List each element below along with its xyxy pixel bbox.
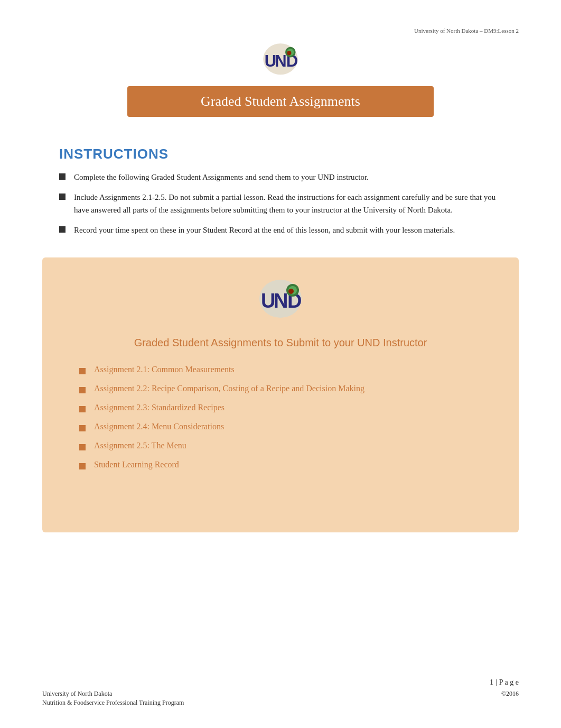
list-item: Assignment 2.5: The Menu [79, 441, 492, 450]
content-box-logo-area: U N D [69, 279, 492, 326]
instruction-item-1: Complete the following Graded Student As… [74, 171, 502, 183]
bullet-icon [59, 173, 66, 180]
und-logo-icon: U N D [257, 42, 304, 82]
footer-copyright: ©2016 [501, 690, 519, 707]
list-item: Assignment 2.2: Recipe Comparison, Costi… [79, 384, 492, 393]
instruction-item-3: Record your time spent on these in your … [74, 224, 502, 236]
bullet-icon [79, 425, 86, 431]
page: University of North Dakota – DM9:Lesson … [0, 0, 561, 728]
assignment-item-5: Assignment 2.5: The Menu [94, 441, 186, 450]
content-box-subtitle: Graded Student Assignments to Submit to … [69, 337, 492, 349]
assignment-list: Assignment 2.1: Common Measurements Assi… [79, 365, 492, 469]
bullet-icon [59, 226, 66, 233]
content-und-logo-icon: U N D [251, 279, 310, 326]
list-item: Assignment 2.1: Common Measurements [79, 365, 492, 374]
logo-area: U N D Graded Student Assignments [0, 0, 561, 117]
assignment-item-4: Assignment 2.4: Menu Considerations [94, 422, 224, 431]
assignment-item-2: Assignment 2.2: Recipe Comparison, Costi… [94, 384, 364, 393]
footer-institution: University of North Dakota Nutrition & F… [42, 690, 184, 707]
list-item: Assignment 2.4: Menu Considerations [79, 422, 492, 431]
bullet-icon [79, 368, 86, 374]
list-item: Complete the following Graded Student As… [59, 171, 502, 183]
student-learning-record: Student Learning Record [94, 460, 179, 469]
assignment-item-3: Assignment 2.3: Standardized Recipes [94, 403, 225, 412]
footer-bottom: University of North Dakota Nutrition & F… [42, 690, 519, 707]
list-item: Assignment 2.3: Standardized Recipes [79, 403, 492, 412]
bullet-icon [79, 444, 86, 450]
orange-banner: Graded Student Assignments [127, 86, 434, 117]
assignment-item-1: Assignment 2.1: Common Measurements [94, 365, 235, 374]
svg-point-13 [288, 289, 294, 294]
list-item: Record your time spent on these in your … [59, 224, 502, 236]
instructions-list: Complete the following Graded Student As… [59, 171, 502, 236]
banner-title: Graded Student Assignments [143, 94, 418, 109]
svg-point-6 [287, 51, 291, 55]
footer: 1 | P a g e University of North Dakota N… [0, 678, 561, 707]
top-right-header: University of North Dakota – DM9:Lesson … [414, 27, 519, 34]
instructions-heading: INSTRUCTIONS [59, 146, 502, 162]
instruction-item-2: Include Assignments 2.1-2.5. Do not subm… [74, 191, 502, 216]
content-box: U N D Graded Student Assignments to Subm… [42, 257, 519, 532]
instructions-section: INSTRUCTIONS Complete the following Grad… [59, 146, 502, 236]
bullet-icon [59, 193, 66, 200]
bullet-icon [79, 387, 86, 393]
page-number: 1 | P a g e [42, 678, 519, 687]
list-item: Include Assignments 2.1-2.5. Do not subm… [59, 191, 502, 216]
bullet-icon [79, 463, 86, 469]
bullet-icon [79, 406, 86, 412]
list-item: Student Learning Record [79, 460, 492, 469]
